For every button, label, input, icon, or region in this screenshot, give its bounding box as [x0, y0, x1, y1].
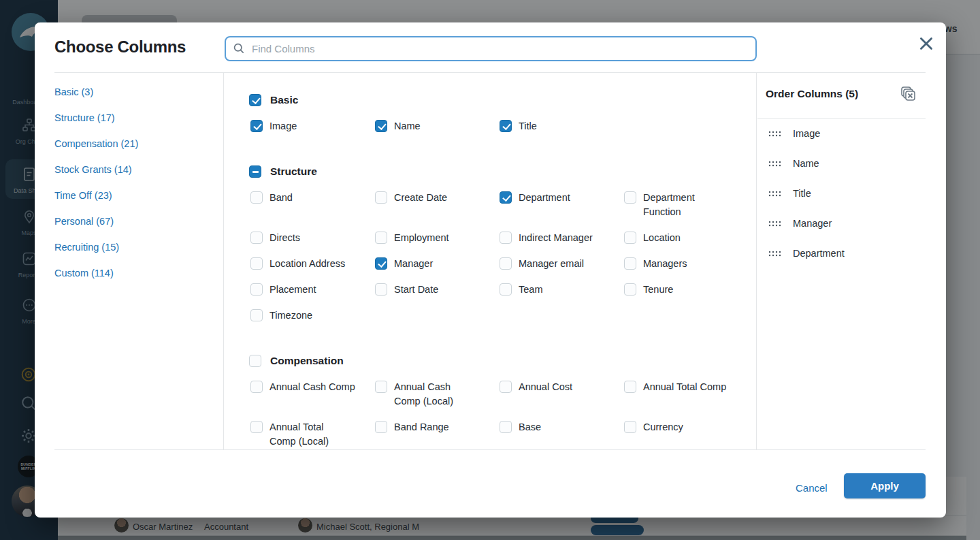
column-option[interactable]: Department Function [624, 191, 713, 219]
checkbox-label: Annual Total Comp (Local) [270, 420, 353, 449]
checkbox[interactable] [250, 191, 263, 204]
column-option[interactable]: Timezone [250, 308, 372, 323]
column-option[interactable]: Indirect Manager [500, 231, 621, 245]
checkbox[interactable] [500, 120, 512, 132]
column-option[interactable]: Manager [375, 257, 496, 271]
apply-button[interactable]: Apply [844, 473, 926, 498]
checkbox-label: Name [394, 119, 421, 133]
column-option[interactable]: Start Date [375, 283, 496, 297]
drag-handle-icon[interactable] [768, 131, 782, 137]
column-option[interactable]: Department [500, 191, 621, 205]
column-option[interactable]: Annual Cash Comp [250, 380, 359, 394]
footer-divider [54, 449, 926, 450]
checkbox[interactable] [500, 381, 512, 393]
column-option[interactable]: Employment [375, 231, 496, 245]
section-title: Structure [270, 165, 317, 178]
column-option[interactable]: Location [624, 231, 745, 245]
column-option[interactable]: Tenure [624, 283, 745, 297]
column-option[interactable]: Managers [624, 257, 745, 271]
checkbox[interactable] [500, 232, 512, 244]
category-personal[interactable]: Personal (67) [54, 216, 211, 227]
category-stock-grants[interactable]: Stock Grants (14) [54, 164, 211, 175]
column-option[interactable]: Location Address [250, 257, 372, 271]
category-recruiting[interactable]: Recruiting (15) [54, 242, 211, 253]
checkbox[interactable] [250, 309, 263, 321]
category-custom[interactable]: Custom (114) [54, 268, 211, 279]
column-option[interactable]: Name [375, 119, 496, 133]
checkbox-label: Image [270, 119, 297, 133]
checkbox-label: Tenure [643, 283, 673, 297]
checkbox[interactable] [375, 120, 387, 132]
column-option[interactable]: Manager email [500, 257, 621, 271]
checkbox-label: Department [519, 191, 570, 205]
checkbox[interactable] [250, 257, 263, 270]
drag-handle-icon[interactable] [768, 251, 782, 257]
checkbox[interactable] [500, 283, 512, 296]
checkbox[interactable] [250, 421, 263, 433]
header-divider [54, 72, 926, 73]
checkbox-label: Location Address [270, 257, 345, 271]
checkbox[interactable] [250, 232, 263, 244]
checkbox-label: Band Range [394, 420, 449, 434]
section-checkbox[interactable] [249, 355, 261, 367]
checkbox[interactable] [375, 421, 387, 433]
checkbox-label: Placement [270, 283, 316, 297]
checkbox-label: Manager [394, 257, 433, 271]
checkbox-label: Title [519, 119, 537, 133]
checkbox[interactable] [250, 120, 263, 132]
close-icon[interactable] [917, 35, 935, 52]
checkbox[interactable] [375, 283, 387, 296]
checkbox[interactable] [250, 283, 263, 296]
clear-columns-icon[interactable] [900, 85, 917, 103]
checkbox[interactable] [624, 232, 636, 244]
order-item: Manager [768, 218, 832, 229]
drag-handle-icon[interactable] [768, 161, 782, 167]
checkbox[interactable] [375, 232, 387, 244]
category-basic[interactable]: Basic (3) [54, 86, 211, 97]
checkbox[interactable] [500, 257, 512, 270]
order-columns-title: Order Columns (5) [766, 88, 858, 100]
column-option[interactable]: Annual Total Comp [624, 380, 745, 394]
column-option[interactable]: Create Date [375, 191, 496, 205]
section-checkbox[interactable] [249, 165, 261, 178]
column-option[interactable]: Directs [250, 231, 372, 245]
column-option[interactable]: Team [500, 283, 621, 297]
checkbox[interactable] [250, 381, 263, 393]
column-option[interactable]: Image [250, 119, 372, 133]
section-checkbox[interactable] [249, 94, 261, 106]
column-option[interactable]: Currency [624, 420, 745, 434]
cancel-button[interactable]: Cancel [789, 479, 834, 496]
section-basic[interactable]: Basic [249, 93, 298, 106]
checkbox[interactable] [500, 421, 512, 433]
checkbox[interactable] [500, 191, 512, 204]
category-time-off[interactable]: Time Off (23) [54, 190, 211, 201]
section-compensation[interactable]: Compensation [249, 354, 344, 367]
column-option[interactable]: Annual Cost [500, 380, 621, 394]
column-option[interactable]: Placement [250, 283, 372, 297]
modal-title: Choose Columns [54, 37, 186, 57]
column-option[interactable]: Base [500, 420, 621, 434]
column-option[interactable]: Title [500, 119, 621, 133]
column-option[interactable]: Annual Cash Comp (Local) [375, 380, 477, 409]
checkbox[interactable] [624, 381, 636, 393]
checkbox[interactable] [375, 191, 387, 204]
column-option[interactable]: Annual Total Comp (Local) [250, 420, 353, 449]
section-structure[interactable]: Structure [249, 165, 317, 178]
checkbox-label: Team [519, 283, 542, 297]
category-structure[interactable]: Structure (17) [54, 112, 211, 123]
checkbox[interactable] [624, 257, 636, 270]
checkbox[interactable] [624, 191, 636, 204]
category-compensation[interactable]: Compensation (21) [54, 138, 211, 149]
drag-handle-icon[interactable] [768, 191, 782, 197]
column-option[interactable]: Band [250, 191, 372, 205]
checkbox[interactable] [624, 283, 636, 296]
checkbox-label: Manager email [519, 257, 584, 271]
checkbox-label: Employment [394, 231, 449, 245]
checkbox[interactable] [624, 421, 636, 433]
checkbox[interactable] [375, 381, 387, 393]
find-columns-input[interactable] [225, 36, 757, 61]
column-option[interactable]: Band Range [375, 420, 496, 434]
drag-handle-icon[interactable] [768, 221, 782, 227]
checkbox-label: Currency [643, 420, 683, 434]
checkbox[interactable] [375, 257, 387, 270]
